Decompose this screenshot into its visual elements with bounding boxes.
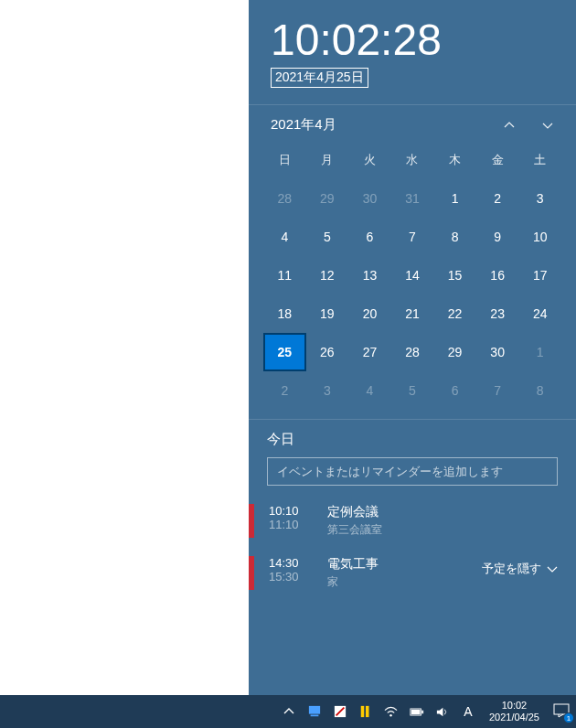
calendar-day[interactable]: 16 xyxy=(476,256,519,294)
weekday-label: 月 xyxy=(306,141,349,179)
calendar-day[interactable]: 29 xyxy=(433,333,476,371)
svg-rect-1 xyxy=(311,715,319,717)
event-location: 第三会議室 xyxy=(327,522,382,538)
hide-agenda-button[interactable]: 予定を隠す xyxy=(482,561,558,577)
calendar-day[interactable]: 30 xyxy=(348,179,391,218)
calendar-day[interactable]: 14 xyxy=(391,256,434,294)
volume-icon[interactable] xyxy=(434,703,451,720)
calendar-day[interactable]: 12 xyxy=(306,256,349,294)
calendar-day[interactable]: 31 xyxy=(391,179,434,218)
calendar-day[interactable]: 6 xyxy=(348,218,391,256)
notification-center-button[interactable]: 1 xyxy=(552,701,572,722)
calendar-flyout: 10:02:28 2021年4月25日 2021年4月 日月火水木金土 2829… xyxy=(249,0,576,695)
hide-agenda-label: 予定を隠す xyxy=(482,561,541,577)
clock-date-link[interactable]: 2021年4月25日 xyxy=(271,68,368,88)
agenda-event[interactable]: 10:1011:10定例会議第三会議室 xyxy=(249,504,558,538)
battery-icon[interactable] xyxy=(409,703,425,720)
event-start: 10:10 xyxy=(269,504,327,518)
calendar-day[interactable]: 9 xyxy=(476,218,519,256)
clock-time: 10:02:28 xyxy=(271,18,554,62)
calendar-day[interactable]: 28 xyxy=(263,179,306,218)
weekday-label: 金 xyxy=(476,141,519,179)
prev-month-button[interactable] xyxy=(503,119,516,132)
event-time: 14:3015:30 xyxy=(269,556,327,590)
weekday-label: 水 xyxy=(391,141,434,179)
weekday-label: 火 xyxy=(348,141,391,179)
event-end: 15:30 xyxy=(269,570,327,583)
event-color-bar xyxy=(249,504,254,538)
calendar-day[interactable]: 29 xyxy=(306,179,349,218)
clock-area: 10:02:28 2021年4月25日 xyxy=(249,0,576,97)
calendar-day[interactable]: 5 xyxy=(306,218,349,256)
event-title: 定例会議 xyxy=(327,504,382,520)
system-tray: A 10:02 2021/04/25 1 xyxy=(281,700,572,723)
wifi-icon[interactable] xyxy=(383,703,400,720)
calendar-day[interactable]: 5 xyxy=(391,371,434,410)
notification-badge: 1 xyxy=(563,712,574,723)
calendar-grid: 2829303112345678910111213141516171819202… xyxy=(249,179,576,410)
calendar-day[interactable]: 13 xyxy=(348,256,391,294)
calendar-day[interactable]: 11 xyxy=(263,256,306,294)
svg-rect-0 xyxy=(309,706,320,714)
month-label[interactable]: 2021年4月 xyxy=(271,116,336,134)
calendar-day[interactable]: 1 xyxy=(518,333,561,371)
calendar-day[interactable]: 30 xyxy=(476,333,519,371)
calendar-day[interactable]: 7 xyxy=(476,371,519,410)
event-start: 14:30 xyxy=(269,556,327,570)
chevron-down-icon xyxy=(547,563,558,574)
calendar-day[interactable]: 26 xyxy=(306,333,349,371)
weekday-label: 木 xyxy=(433,141,476,179)
svg-rect-8 xyxy=(411,709,421,713)
calendar-day[interactable]: 15 xyxy=(433,256,476,294)
agenda-heading: 今日 xyxy=(267,431,558,448)
calendar-day[interactable]: 2 xyxy=(476,179,519,218)
tray-app-icon[interactable] xyxy=(306,703,323,720)
add-event-input[interactable] xyxy=(267,457,558,486)
calendar-day[interactable]: 19 xyxy=(306,294,349,333)
next-month-button[interactable] xyxy=(541,119,554,132)
calendar-day[interactable]: 4 xyxy=(348,371,391,410)
calendar-day-today[interactable]: 25 xyxy=(263,333,306,371)
calendar-day[interactable]: 10 xyxy=(518,218,561,256)
calendar-day[interactable]: 28 xyxy=(391,333,434,371)
event-end: 11:10 xyxy=(269,518,327,531)
event-time: 10:1011:10 xyxy=(269,504,327,538)
month-nav xyxy=(503,119,554,132)
calendar-day[interactable]: 1 xyxy=(433,179,476,218)
tray-overflow-button[interactable] xyxy=(281,703,297,720)
calendar-day[interactable]: 27 xyxy=(348,333,391,371)
calendar-day[interactable]: 3 xyxy=(306,371,349,410)
calendar-day[interactable]: 18 xyxy=(263,294,306,333)
calendar-day[interactable]: 8 xyxy=(518,371,561,410)
ime-indicator[interactable]: A xyxy=(460,703,476,720)
tray-security-icon[interactable] xyxy=(332,703,348,720)
month-header: 2021年4月 xyxy=(249,105,576,141)
event-location: 家 xyxy=(327,574,379,590)
calendar-day[interactable]: 23 xyxy=(476,294,519,333)
event-body: 定例会議第三会議室 xyxy=(327,504,382,538)
taskbar-time: 10:02 xyxy=(489,700,539,712)
event-title: 電気工事 xyxy=(327,556,379,573)
calendar-day[interactable]: 17 xyxy=(518,256,561,294)
calendar-day[interactable]: 6 xyxy=(433,371,476,410)
svg-rect-3 xyxy=(361,706,365,717)
taskbar: A 10:02 2021/04/25 1 xyxy=(0,695,576,728)
event-body: 電気工事家 xyxy=(327,556,379,590)
taskbar-clock[interactable]: 10:02 2021/04/25 xyxy=(485,700,543,723)
calendar-day[interactable]: 20 xyxy=(348,294,391,333)
svg-rect-7 xyxy=(421,710,423,713)
tray-app2-icon[interactable] xyxy=(357,703,374,720)
calendar-day[interactable]: 2 xyxy=(263,371,306,410)
calendar-day[interactable]: 24 xyxy=(518,294,561,333)
calendar-day[interactable]: 22 xyxy=(433,294,476,333)
calendar-day[interactable]: 3 xyxy=(518,179,561,218)
svg-point-5 xyxy=(390,714,392,716)
calendar-day[interactable]: 21 xyxy=(391,294,434,333)
taskbar-date: 2021/04/25 xyxy=(489,712,539,723)
calendar-day[interactable]: 4 xyxy=(263,218,306,256)
calendar-day[interactable]: 8 xyxy=(433,218,476,256)
agenda-panel: 今日 10:1011:10定例会議第三会議室14:3015:30電気工事家 予定… xyxy=(249,419,576,590)
weekday-label: 日 xyxy=(263,141,306,179)
calendar-day[interactable]: 7 xyxy=(391,218,434,256)
svg-rect-4 xyxy=(366,706,369,717)
